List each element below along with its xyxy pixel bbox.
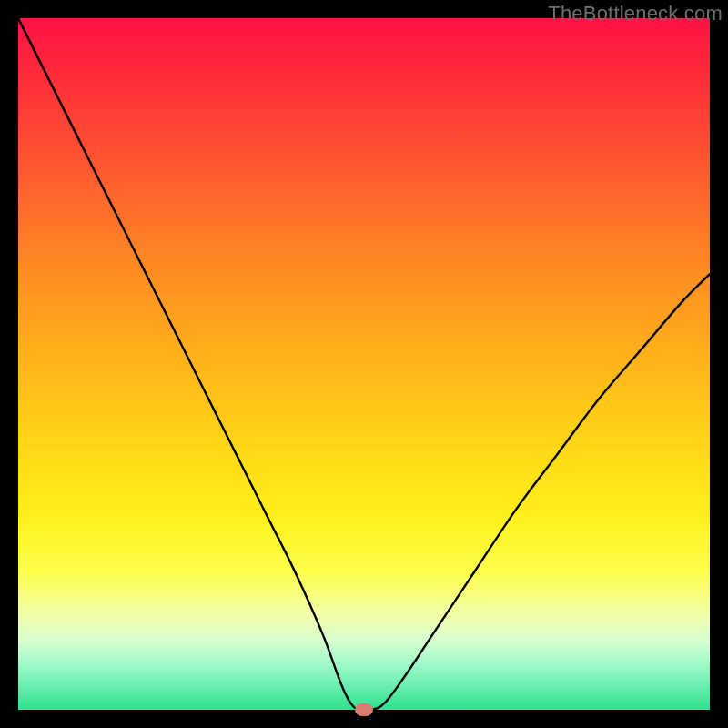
- bottleneck-curve: [18, 18, 710, 710]
- plot-area: [18, 18, 710, 710]
- chart-stage: TheBottleneck.com: [0, 0, 728, 728]
- watermark-text: TheBottleneck.com: [548, 2, 723, 25]
- optimal-point-marker: [355, 703, 373, 716]
